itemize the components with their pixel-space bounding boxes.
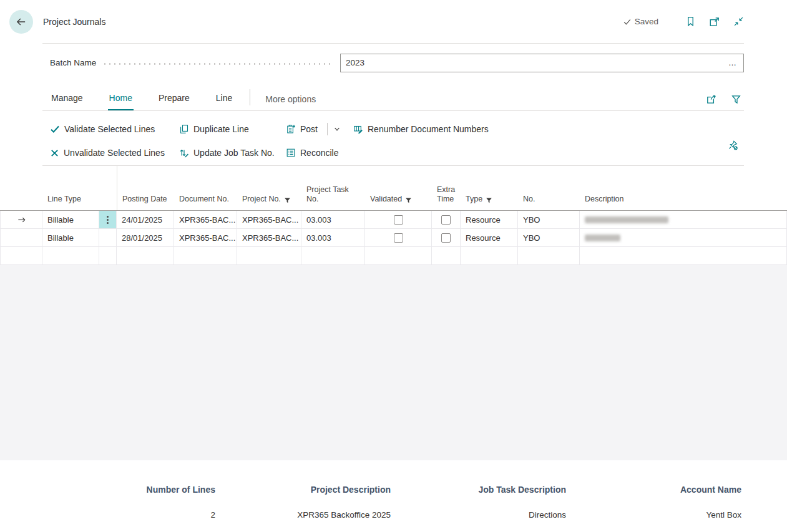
page-title: Project Journals xyxy=(43,17,105,27)
pin-icon[interactable] xyxy=(728,140,738,150)
table-row-empty xyxy=(0,247,787,265)
stat-label: Job Task Description xyxy=(391,485,566,495)
post-split-button[interactable]: Post xyxy=(286,117,353,141)
row-menu-header xyxy=(99,166,117,210)
redacted-text xyxy=(585,235,620,241)
column-filter-icon xyxy=(284,197,291,204)
dotted-leader xyxy=(102,63,334,65)
row-marker-header xyxy=(0,166,42,210)
batch-name-field[interactable]: … xyxy=(340,54,744,72)
saved-indicator: Saved xyxy=(623,17,658,26)
tab-manage[interactable]: Manage xyxy=(50,93,84,110)
column-header-no[interactable]: No. xyxy=(518,166,580,210)
cell-type[interactable]: Resource xyxy=(461,229,518,246)
column-filter-icon xyxy=(486,197,492,204)
vertical-ellipsis-icon xyxy=(107,215,109,225)
stat-value: XPR365 Backoffice 2025 xyxy=(215,510,391,520)
reconcile-button[interactable]: Reconcile xyxy=(286,141,353,165)
tab-home[interactable]: Home xyxy=(108,93,134,110)
action-toolbar: Validate Selected Lines Duplicate Line P… xyxy=(0,111,787,165)
stat-number-of-lines: Number of Lines 2 xyxy=(40,460,215,520)
extra-time-checkbox[interactable] xyxy=(441,215,451,225)
assist-edit-button[interactable]: … xyxy=(722,58,743,67)
stat-value: Directions xyxy=(391,510,566,520)
saved-check-icon xyxy=(623,17,632,26)
column-header-line-type[interactable]: Line Type xyxy=(42,166,99,210)
cell-line-type[interactable]: Billable xyxy=(42,229,99,246)
cell-no[interactable]: YBO xyxy=(518,211,580,228)
batch-name-row: Batch Name … xyxy=(0,44,787,82)
stat-job-task-description: Job Task Description Directions xyxy=(391,460,566,520)
unvalidate-selected-lines-button[interactable]: Unvalidate Selected Lines xyxy=(50,141,179,165)
cell-project-task-no[interactable]: 03.003 xyxy=(301,211,365,228)
batch-name-label: Batch Name xyxy=(50,58,96,67)
project-journals-page: Project Journals Saved Batch Name xyxy=(0,0,787,532)
chevron-down-icon[interactable] xyxy=(333,125,341,133)
share-icon[interactable] xyxy=(706,94,717,105)
stat-account-name: Account Name Yentl Box xyxy=(566,460,741,520)
split-button-separator xyxy=(327,123,328,135)
column-header-project-no[interactable]: Project No. xyxy=(237,166,301,210)
cell-posting-date[interactable]: 24/01/2025 xyxy=(117,211,174,228)
batch-name-input[interactable] xyxy=(341,58,722,67)
column-header-description[interactable]: Description xyxy=(580,166,787,210)
back-arrow-icon xyxy=(15,16,27,28)
journal-lines-table: Line Type Posting Date Document No. Proj… xyxy=(0,166,787,265)
redacted-text xyxy=(585,216,668,223)
open-in-new-window-icon[interactable] xyxy=(709,16,720,27)
column-header-posting-date[interactable]: Posting Date xyxy=(117,166,174,210)
tab-line[interactable]: Line xyxy=(215,93,233,110)
cell-no[interactable]: YBO xyxy=(518,229,580,246)
collapse-icon[interactable] xyxy=(733,16,744,27)
row-menu-cell xyxy=(99,229,117,246)
column-header-type[interactable]: Type xyxy=(461,166,518,210)
table-row: Billable 24/01/2025 XPR365-BAC... XPR365… xyxy=(0,211,787,229)
column-header-document-no[interactable]: Document No. xyxy=(174,166,237,210)
stat-label: Project Description xyxy=(215,485,391,495)
validate-selected-lines-button[interactable]: Validate Selected Lines xyxy=(50,117,179,141)
stat-label: Number of Lines xyxy=(40,485,215,495)
update-job-task-no-button[interactable]: Update Job Task No. xyxy=(179,141,286,165)
more-options-button[interactable]: More options xyxy=(265,94,316,110)
renumber-icon xyxy=(353,124,363,134)
reconcile-icon xyxy=(286,148,296,158)
cell-description[interactable] xyxy=(580,229,787,246)
row-marker-cell xyxy=(0,229,42,246)
filter-icon[interactable] xyxy=(731,94,741,105)
tab-separator xyxy=(250,89,250,105)
cell-posting-date[interactable]: 28/01/2025 xyxy=(117,229,174,246)
bookmark-icon[interactable] xyxy=(685,16,696,27)
stat-project-description: Project Description XPR365 Backoffice 20… xyxy=(215,460,391,520)
row-menu-button[interactable] xyxy=(99,211,117,228)
back-button[interactable] xyxy=(9,10,33,34)
cell-project-task-no[interactable]: 03.003 xyxy=(301,229,365,246)
column-filter-icon xyxy=(405,197,412,204)
post-icon xyxy=(286,124,296,134)
table-row: Billable 28/01/2025 XPR365-BAC... XPR365… xyxy=(0,229,787,247)
duplicate-line-button[interactable]: Duplicate Line xyxy=(179,117,286,141)
copy-icon xyxy=(179,124,189,134)
cell-validated xyxy=(365,229,432,246)
stat-value: Yentl Box xyxy=(566,510,741,520)
tab-prepare[interactable]: Prepare xyxy=(157,93,191,110)
extra-time-checkbox[interactable] xyxy=(441,233,451,243)
cell-project-no[interactable]: XPR365-BAC... xyxy=(237,229,301,246)
column-header-extra-time[interactable]: Extra Time xyxy=(432,166,461,210)
cell-type[interactable]: Resource xyxy=(461,211,518,228)
x-icon xyxy=(50,148,59,158)
current-row-arrow-icon xyxy=(0,211,42,228)
update-job-task-icon xyxy=(179,148,189,158)
cell-line-type[interactable]: Billable xyxy=(42,211,99,228)
cell-description[interactable] xyxy=(580,211,787,228)
check-icon xyxy=(50,124,60,134)
column-header-project-task-no[interactable]: Project Task No. xyxy=(301,166,365,210)
cell-document-no[interactable]: XPR365-BAC... xyxy=(174,229,237,246)
validated-checkbox[interactable] xyxy=(394,215,403,225)
renumber-document-numbers-button[interactable]: Renumber Document Numbers xyxy=(353,117,744,141)
column-header-validated[interactable]: Validated xyxy=(365,166,432,210)
validated-checkbox[interactable] xyxy=(394,233,403,243)
action-menu-bar: Manage Home Prepare Line More options xyxy=(42,82,744,111)
cell-project-no[interactable]: XPR365-BAC... xyxy=(237,211,301,228)
cell-document-no[interactable]: XPR365-BAC... xyxy=(174,211,237,228)
table-header-row: Line Type Posting Date Document No. Proj… xyxy=(0,166,787,211)
